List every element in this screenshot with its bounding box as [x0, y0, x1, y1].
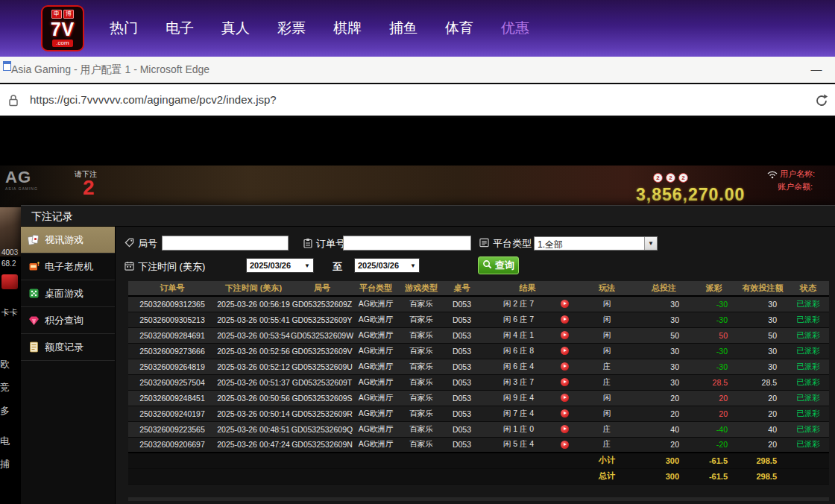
score-chips: 2 2 2	[653, 173, 688, 183]
table-row: 2503260092066972025-03-26 00:47:24GD0532…	[128, 437, 829, 453]
cell-valid: 20	[738, 406, 787, 421]
date-from-picker[interactable]: 2025/03/26 ▼	[246, 258, 314, 273]
left-menu-fragment: 欧	[0, 358, 10, 371]
cell-play: 闲	[576, 312, 638, 327]
column-header: 平台类型	[353, 281, 398, 296]
logo-badges: 申 博	[51, 10, 74, 19]
cell-game: 百家乐	[398, 343, 444, 359]
cell-game: 百家乐	[398, 359, 444, 374]
slot-machine-icon	[28, 261, 40, 272]
nav-item-1[interactable]: 热门	[110, 19, 138, 38]
left-fragment: 卡卡	[1, 307, 18, 318]
cell-payout: 50	[690, 327, 738, 343]
cell-platform: AG欧洲厅	[353, 312, 398, 327]
sidebar-item-5[interactable]: 额度记录	[21, 334, 115, 361]
cell-round: GD0532532609N	[291, 437, 353, 453]
cell-table: D053	[444, 374, 479, 390]
date-to-picker[interactable]: 2025/03/26 ▼	[354, 258, 420, 273]
replay-icon[interactable]	[561, 362, 569, 371]
replay-icon[interactable]	[561, 331, 569, 339]
sidebar-item-4[interactable]: 积分查询	[21, 307, 115, 334]
cell-order: 250326009305213	[128, 312, 216, 327]
left-menu-fragment: 捕	[0, 458, 10, 471]
platform-filter-label: 平台类型	[479, 237, 532, 251]
calendar-icon	[125, 261, 134, 273]
panel-sidebar: 视讯游戏电子老虎机桌面游戏积分查询额度记录	[21, 227, 116, 504]
cell-play: 闲	[576, 343, 638, 359]
order-input[interactable]	[343, 236, 471, 251]
replay-icon[interactable]	[561, 409, 569, 418]
replay-icon[interactable]	[561, 315, 569, 324]
cell-result: 闲 1 庄 0	[479, 421, 576, 437]
nav-item-8[interactable]: 优惠	[501, 19, 529, 38]
cell-payout: 20	[690, 406, 738, 421]
cell-result: 闲 4 庄 1	[479, 327, 576, 343]
logo-domain: .com	[52, 40, 72, 47]
cell-game: 百家乐	[398, 327, 444, 343]
site-top-bar: 申 博 7V .com 热门电子真人彩票棋牌捕鱼体育优惠	[0, 0, 835, 57]
bet-records-table: 订单号下注时间 (美东)局号平台类型游戏类型桌号结果玩法总投注派彩有效投注额状态…	[128, 281, 829, 485]
chevron-down-icon: ▼	[304, 262, 310, 269]
sidebar-item-3[interactable]: 桌面游戏	[21, 280, 115, 307]
result-text: 闲 5 庄 4	[503, 439, 534, 448]
cell-game: 百家乐	[398, 296, 444, 312]
platform-select[interactable]: 1.全部 ▼	[534, 236, 658, 251]
table-row: 2503260092575042025-03-26 00:51:37GD0532…	[128, 374, 829, 390]
cell-platform: AG欧洲厅	[353, 327, 398, 343]
refresh-icon[interactable]	[814, 93, 829, 111]
result-text: 闲 9 庄 4	[503, 393, 534, 402]
left-edge-strip: 4003 68.2 卡卡 欧 竞 多 电 捕	[0, 118, 21, 504]
replay-icon[interactable]	[561, 441, 569, 449]
top-nav-items: 热门电子真人彩票棋牌捕鱼体育优惠	[110, 0, 529, 57]
address-url[interactable]: https://gci.7vvvvvv.com/agingame/pcv2/in…	[30, 93, 277, 106]
sidebar-item-1[interactable]: 视讯游戏	[21, 227, 115, 253]
jackpot-amount: 3,856,270.00	[636, 185, 745, 205]
cell-result: 闲 5 庄 4	[479, 437, 576, 453]
nav-item-4[interactable]: 彩票	[277, 19, 306, 38]
sidebar-item-label: 视讯游戏	[45, 233, 84, 247]
left-fragment: 68.2	[1, 259, 16, 268]
round-input[interactable]	[162, 236, 289, 251]
cell-order: 250326009284691	[128, 327, 216, 343]
account-balance-label: 账户余额:	[778, 181, 813, 192]
replay-icon[interactable]	[561, 394, 569, 402]
platform-select-value: 1.全部	[535, 237, 644, 250]
replay-icon[interactable]	[561, 425, 569, 433]
minimize-button[interactable]: —	[804, 58, 829, 81]
column-header: 结果	[479, 281, 576, 296]
cell-platform: AG欧洲厅	[353, 437, 398, 453]
cell-game: 百家乐	[398, 421, 444, 437]
cell-order: 250326009264819	[128, 359, 216, 374]
column-header: 桌号	[444, 281, 479, 296]
replay-icon[interactable]	[561, 347, 569, 355]
date-to-value: 2025/03/26	[358, 261, 399, 270]
cell-table: D053	[444, 312, 479, 327]
lock-icon[interactable]	[8, 94, 19, 110]
nav-item-2[interactable]: 电子	[166, 19, 194, 38]
nav-item-5[interactable]: 棋牌	[333, 19, 362, 38]
cell-status: 已派彩	[787, 437, 829, 453]
result-text: 闲 6 庄 4	[503, 362, 534, 371]
cell-payout: -30	[690, 359, 738, 374]
replay-icon[interactable]	[561, 300, 569, 308]
result-text: 闲 1 庄 0	[503, 424, 534, 433]
nav-item-6[interactable]: 捕鱼	[389, 19, 418, 38]
cell-status: 已派彩	[787, 327, 829, 343]
gem-icon	[28, 315, 40, 326]
sidebar-item-2[interactable]: 电子老虎机	[21, 253, 115, 280]
cell-payout: -30	[690, 312, 738, 327]
nav-item-7[interactable]: 体育	[445, 19, 473, 38]
cell-valid: 30	[738, 343, 787, 359]
dice-icon	[28, 288, 40, 299]
chip: 2	[653, 173, 663, 183]
bottom-scroll-strip[interactable]	[128, 497, 829, 501]
cell-status: 已派彩	[787, 390, 829, 406]
nav-item-3[interactable]: 真人	[221, 19, 250, 38]
cell-valid: 20	[738, 390, 787, 406]
site-logo[interactable]: 申 博 7V .com	[41, 5, 84, 51]
search-button[interactable]: 查询	[478, 256, 519, 274]
table-body: 2503260093123652025-03-26 00:56:19GD0532…	[128, 296, 829, 453]
cell-bet: 20	[638, 437, 690, 453]
replay-icon[interactable]	[561, 378, 569, 386]
cards-icon	[28, 234, 40, 245]
